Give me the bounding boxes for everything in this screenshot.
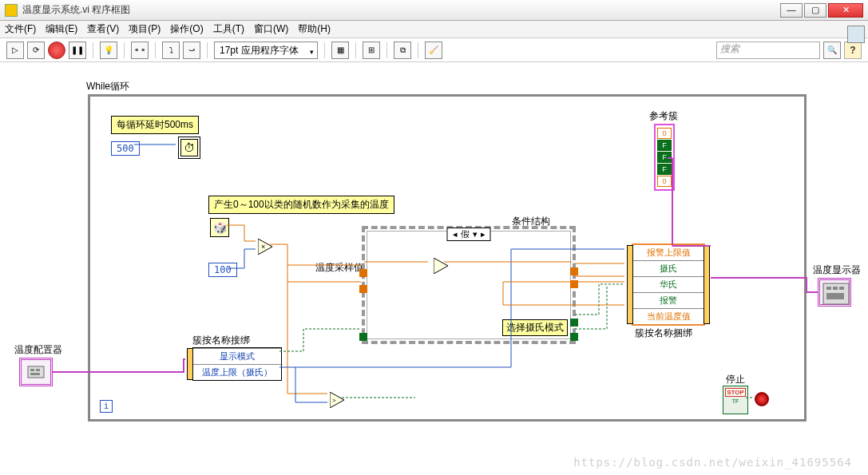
retain-wire-button[interactable]: ⚬⚬ — [131, 42, 149, 59]
step-into-button[interactable]: ⤵ — [162, 42, 180, 59]
svg-text:>: > — [332, 397, 336, 404]
menu-edit[interactable]: 编辑(E) — [46, 22, 77, 36]
separator — [207, 42, 208, 58]
menu-tools[interactable]: 工具(T) — [213, 22, 244, 36]
unbundle-row-2[interactable]: 温度上限（摄氏） — [193, 364, 281, 380]
ref-cell-0: 0 — [657, 128, 672, 139]
separator — [386, 42, 387, 58]
display-label: 温度显示器 — [813, 263, 861, 277]
separator — [124, 42, 125, 58]
bundle-row-4[interactable]: 报警 — [633, 293, 704, 309]
window-titlebar: 温度显示系统.vi 程序框图 — ▢ ✕ — [0, 0, 868, 21]
abort-button[interactable] — [48, 42, 65, 59]
menu-view[interactable]: 查看(V) — [87, 22, 119, 36]
case-dropdown-icon[interactable]: ▾ — [473, 229, 478, 239]
stop-tf: TF — [723, 398, 747, 404]
config-control[interactable] — [19, 358, 53, 386]
unbundle-node[interactable]: 显示模式 温度上限（摄氏） — [192, 347, 282, 381]
search-input[interactable]: 搜索 — [716, 42, 820, 59]
bundle-node[interactable]: 报警上限值 摄氏 华氏 报警 当前温度值 — [632, 243, 705, 326]
run-cont-button[interactable]: ⟳ — [27, 42, 45, 59]
svg-rect-5 — [28, 366, 44, 378]
svg-rect-12 — [839, 287, 844, 290]
ref-cell-3: F — [657, 164, 672, 175]
menu-file[interactable]: 文件(F) — [5, 22, 36, 36]
compare-node[interactable]: > — [330, 392, 344, 408]
watermark: https://blog.csdn.net/weixin_41695564 — [573, 456, 852, 469]
case-selector[interactable]: ◂ 假 ▾ ▸ — [447, 228, 491, 241]
wait-ms-node[interactable]: ⏱ — [178, 137, 200, 159]
svg-rect-13 — [826, 293, 844, 299]
reorder-button[interactable]: ⧉ — [394, 42, 411, 59]
cleanup-button[interactable]: 🧹 — [425, 42, 442, 59]
help-button[interactable]: ? — [844, 42, 862, 59]
case-note: 选择摄氏模式 — [502, 319, 568, 336]
separator — [418, 42, 418, 58]
pass-node-1[interactable] — [434, 258, 448, 274]
const-500[interactable]: 500 — [111, 141, 140, 156]
case-value: 假 — [461, 228, 470, 240]
svg-rect-8 — [30, 373, 40, 375]
separator — [355, 42, 356, 58]
unbundle-handle — [187, 348, 193, 380]
display-indicator[interactable] — [818, 278, 851, 307]
bundle-row-3[interactable]: 华氏 — [633, 277, 704, 293]
ref-cell-1: F — [657, 140, 672, 151]
case-tunnel-out-3 — [570, 319, 578, 327]
case-next-icon[interactable]: ▸ — [481, 229, 486, 239]
bundle-handle-l — [627, 245, 633, 324]
pause-button[interactable]: ❚❚ — [69, 42, 86, 59]
separator — [155, 42, 156, 58]
align-button[interactable]: ▦ — [331, 42, 349, 59]
separator — [324, 42, 325, 58]
run-button[interactable]: ▷ — [6, 42, 24, 59]
ref-cluster-label: 参考簇 — [649, 109, 678, 123]
window-title: 温度显示系统.vi 程序框图 — [22, 3, 779, 17]
random-node[interactable]: 🎲 — [210, 218, 229, 237]
menu-project[interactable]: 项目(P) — [129, 22, 161, 36]
svg-marker-2 — [434, 258, 448, 274]
block-diagram-canvas[interactable]: While循环 每循环延时500ms 500 ⏱ 产生0～100以类的随机数作为… — [0, 62, 868, 475]
svg-rect-11 — [833, 287, 838, 290]
bundle-row-5[interactable]: 当前温度值 — [633, 309, 704, 324]
random-comment: 产生0～100以类的随机数作为采集的温度 — [208, 196, 394, 214]
distribute-button[interactable]: ⊞ — [363, 42, 380, 59]
case-tunnel-in-1 — [359, 269, 367, 277]
maximize-button[interactable]: ▢ — [804, 3, 826, 18]
menu-help[interactable]: 帮助(H) — [298, 22, 331, 36]
loop-condition-terminal[interactable] — [755, 392, 769, 406]
svg-rect-7 — [36, 369, 40, 371]
case-tunnel-in-2 — [359, 285, 367, 293]
context-help-icon[interactable] — [847, 26, 865, 43]
cluster-icon — [26, 365, 46, 379]
app-icon — [5, 4, 18, 17]
sample-label: 温度采样值 — [315, 261, 363, 275]
multiply-node[interactable]: × — [258, 239, 272, 255]
step-over-button[interactable]: ⤻ — [183, 42, 200, 59]
bundle-handle-r — [704, 245, 710, 324]
stop-terminal[interactable]: STOP TF — [723, 386, 748, 414]
minimize-button[interactable]: — — [780, 3, 803, 18]
unbundle-row-1[interactable]: 显示模式 — [193, 348, 281, 364]
search-icon[interactable]: 🔍 — [823, 42, 841, 59]
unbundle-label: 簇按名称接绑 — [192, 334, 250, 347]
bundle-row-2[interactable]: 摄氏 — [633, 261, 704, 277]
bundle-row-1[interactable]: 报警上限值 — [633, 245, 704, 261]
highlight-exec-button[interactable]: 💡 — [100, 42, 117, 59]
stop-text: STOP — [725, 388, 746, 397]
close-button[interactable]: ✕ — [828, 3, 863, 18]
const-100[interactable]: 100 — [208, 263, 237, 277]
menu-window[interactable]: 窗口(W) — [254, 22, 288, 36]
menu-operate[interactable]: 操作(O) — [170, 22, 203, 36]
while-loop-label: While循环 — [86, 80, 129, 93]
while-loop[interactable]: 每循环延时500ms 500 ⏱ 产生0～100以类的随机数作为采集的温度 🎲 … — [88, 94, 807, 422]
case-prev-icon[interactable]: ◂ — [453, 229, 458, 239]
bundle-label: 簇按名称捆绑 — [635, 327, 692, 340]
case-structure[interactable]: ◂ 假 ▾ ▸ 选择摄氏模式 — [362, 226, 576, 344]
case-selector-terminal — [359, 333, 367, 341]
font-selector[interactable]: 17pt 应用程序字体 — [214, 42, 318, 59]
svg-rect-6 — [30, 369, 34, 371]
ref-cluster[interactable]: 0 F F F 0 — [654, 124, 675, 191]
config-label: 温度配置器 — [14, 343, 62, 357]
toolbar: ▷ ⟳ ❚❚ 💡 ⚬⚬ ⤵ ⤻ 17pt 应用程序字体 ▦ ⊞ ⧉ 🧹 搜索 🔍… — [0, 38, 868, 62]
